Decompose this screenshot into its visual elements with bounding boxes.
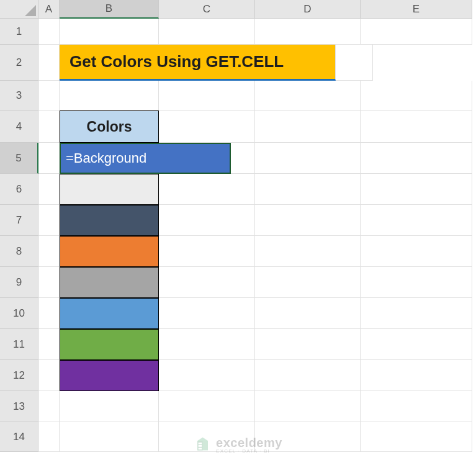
cell-C6[interactable] — [159, 174, 255, 205]
cells-area: Get Colors Using GET.CELLColors — [38, 19, 472, 452]
color-sample-5[interactable] — [60, 298, 159, 329]
row-header-6[interactable]: 6 — [0, 174, 38, 205]
row-header-14[interactable]: 14 — [0, 422, 38, 452]
cell-A2[interactable] — [38, 45, 60, 81]
cell-E7[interactable] — [361, 205, 472, 236]
row-header-12[interactable]: 12 — [0, 360, 38, 391]
cell-D13[interactable] — [255, 391, 361, 422]
row-headers: 1234567891011121314 — [0, 19, 38, 452]
cell-A14[interactable] — [38, 422, 60, 452]
cell-E13[interactable] — [361, 391, 472, 422]
color-sample-1[interactable] — [60, 174, 159, 205]
cell-E14[interactable] — [361, 422, 472, 452]
cell-A3[interactable] — [38, 81, 60, 111]
row-header-5[interactable]: 5 — [0, 143, 38, 174]
cell-D3[interactable] — [255, 81, 361, 111]
column-headers: ABCDE — [38, 0, 472, 19]
cell-B13[interactable] — [60, 391, 159, 422]
cell-E10[interactable] — [361, 298, 472, 329]
column-header-B[interactable]: B — [60, 0, 159, 19]
cell-E4[interactable] — [361, 111, 472, 143]
cell-E1[interactable] — [361, 19, 472, 45]
svg-marker-0 — [197, 437, 208, 441]
color-sample-3[interactable] — [60, 236, 159, 267]
row-header-13[interactable]: 13 — [0, 391, 38, 422]
column-header-A[interactable]: A — [38, 0, 60, 19]
svg-rect-4 — [198, 445, 202, 447]
cell-C3[interactable] — [159, 81, 255, 111]
cell-D6[interactable] — [255, 174, 361, 205]
title-cell[interactable]: Get Colors Using GET.CELL — [60, 45, 336, 81]
cell-A4[interactable] — [38, 111, 60, 143]
formula-editing-overlay[interactable]: =Background — [60, 143, 231, 174]
cell-C9[interactable] — [159, 267, 255, 298]
watermark-logo-icon — [194, 436, 211, 454]
cell-D7[interactable] — [255, 205, 361, 236]
cell-B3[interactable] — [60, 81, 159, 111]
watermark: exceldemy EXCEL · DATA · BI — [194, 436, 282, 454]
cell-A6[interactable] — [38, 174, 60, 205]
cell-D1[interactable] — [255, 19, 361, 45]
cell-E8[interactable] — [361, 236, 472, 267]
color-sample-4[interactable] — [60, 267, 159, 298]
watermark-title: exceldemy — [216, 436, 282, 449]
cell-A8[interactable] — [38, 236, 60, 267]
table-header-colors[interactable]: Colors — [60, 111, 159, 143]
cell-E3[interactable] — [361, 81, 472, 111]
cell-A12[interactable] — [38, 360, 60, 391]
cell-C1[interactable] — [159, 19, 255, 45]
watermark-subtitle: EXCEL · DATA · BI — [216, 449, 282, 454]
cell-C13[interactable] — [159, 391, 255, 422]
cell-C7[interactable] — [159, 205, 255, 236]
cell-E9[interactable] — [361, 267, 472, 298]
cell-E11[interactable] — [361, 329, 472, 360]
column-header-D[interactable]: D — [255, 0, 361, 19]
cell-C12[interactable] — [159, 360, 255, 391]
cell-C10[interactable] — [159, 298, 255, 329]
cell-C8[interactable] — [159, 236, 255, 267]
cell-A10[interactable] — [38, 298, 60, 329]
column-header-C[interactable]: C — [159, 0, 255, 19]
cell-B14[interactable] — [60, 422, 159, 452]
cell-D8[interactable] — [255, 236, 361, 267]
row-header-11[interactable]: 11 — [0, 329, 38, 360]
row-header-4[interactable]: 4 — [0, 111, 38, 143]
color-sample-7[interactable] — [60, 360, 159, 391]
formula-text: =Background — [66, 150, 146, 166]
cell-E6[interactable] — [361, 174, 472, 205]
cell-D5[interactable] — [255, 143, 361, 174]
cell-E12[interactable] — [361, 360, 472, 391]
cell-E5[interactable] — [361, 143, 472, 174]
spreadsheet-grid: ABCDE 1234567891011121314 Get Colors Usi… — [0, 0, 476, 465]
cell-D12[interactable] — [255, 360, 361, 391]
row-header-10[interactable]: 10 — [0, 298, 38, 329]
cell-D11[interactable] — [255, 329, 361, 360]
column-header-E[interactable]: E — [361, 0, 472, 19]
cell-C11[interactable] — [159, 329, 255, 360]
cell-C4[interactable] — [159, 111, 255, 143]
cell-B1[interactable] — [60, 19, 159, 45]
cell-D4[interactable] — [255, 111, 361, 143]
cell-A9[interactable] — [38, 267, 60, 298]
cell-A13[interactable] — [38, 391, 60, 422]
row-header-9[interactable]: 9 — [0, 267, 38, 298]
color-sample-2[interactable] — [60, 205, 159, 236]
cell-A5[interactable] — [38, 143, 60, 174]
cell-D9[interactable] — [255, 267, 361, 298]
row-header-1[interactable]: 1 — [0, 19, 38, 45]
row-header-8[interactable]: 8 — [0, 236, 38, 267]
cell-A7[interactable] — [38, 205, 60, 236]
cell-D10[interactable] — [255, 298, 361, 329]
row-header-2[interactable]: 2 — [0, 45, 38, 81]
row-header-7[interactable]: 7 — [0, 205, 38, 236]
cell-A11[interactable] — [38, 329, 60, 360]
cell-A1[interactable] — [38, 19, 60, 45]
color-sample-6[interactable] — [60, 329, 159, 360]
svg-rect-3 — [198, 443, 202, 445]
svg-rect-5 — [198, 448, 202, 449]
select-all-corner[interactable] — [0, 0, 38, 19]
row-header-3[interactable]: 3 — [0, 81, 38, 111]
